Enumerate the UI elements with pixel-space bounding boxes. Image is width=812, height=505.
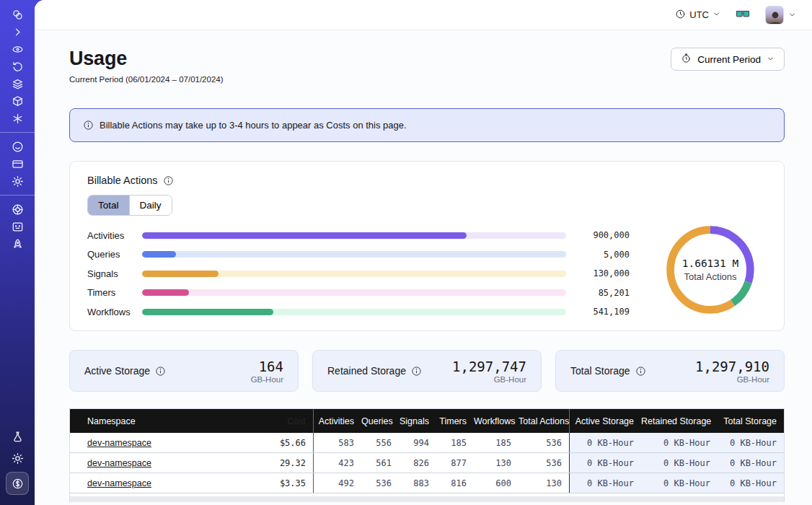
namespace-link[interactable]: dev-namespace: [87, 478, 151, 488]
cell-timers: 877: [436, 453, 474, 473]
total-actions-donut: 1.66131 M Total Actions: [661, 221, 759, 319]
feedback-glasses-button[interactable]: [735, 9, 751, 22]
namespaces-eye-icon[interactable]: [9, 41, 26, 57]
cell-cost: 29.32: [252, 453, 314, 473]
cell-queries: 561: [361, 453, 399, 473]
billable-actions-card: Billable Actions Total Daily Activities9…: [69, 161, 785, 331]
column-header-total-storage: Total Storage: [718, 409, 784, 433]
column-header-retained-storage: Retained Storage: [641, 409, 718, 433]
cell-queries: 556: [361, 433, 399, 452]
avatar: [765, 6, 784, 25]
info-icon[interactable]: [411, 366, 422, 377]
retained-storage-value: 1,297,747: [452, 359, 526, 374]
cell-signals: 826: [399, 453, 436, 473]
bar-value: 85,201: [576, 288, 630, 298]
account-menu[interactable]: [765, 6, 796, 25]
active-storage-card: Active Storage 164GB-Hour: [69, 350, 299, 392]
namespace-link[interactable]: dev-namespace: [87, 458, 151, 468]
cell-namespace: dev-namespace: [70, 433, 252, 452]
namespace-usage-table: NamespaceCostActivitiesQueriesSignalsTim…: [69, 408, 785, 502]
tab-daily[interactable]: Daily: [129, 196, 172, 215]
column-header-timers: Timers: [436, 409, 474, 433]
cell-activities: 423: [314, 453, 361, 473]
total-storage-unit: GB-Hour: [695, 375, 769, 384]
bar-track: [142, 271, 566, 277]
asterisk-icon[interactable]: [9, 110, 26, 126]
rocket-icon[interactable]: [9, 236, 26, 252]
info-icon[interactable]: [163, 175, 174, 186]
gear-icon[interactable]: [9, 173, 26, 189]
cell-queries: 536: [361, 473, 399, 493]
sun-icon[interactable]: [9, 450, 26, 466]
terminal-screen-icon[interactable]: [9, 219, 26, 234]
retained-storage-card: Retained Storage 1,297,747GB-Hour: [312, 350, 542, 392]
retained-storage-unit: GB-Hour: [452, 375, 526, 384]
billable-actions-title: Billable Actions: [87, 175, 767, 186]
column-header-activities: Activities: [314, 409, 361, 433]
content: Usage Current Period (06/01/2024 – 07/01…: [35, 30, 812, 505]
history-clock-icon[interactable]: [9, 58, 26, 74]
chevron-down-icon: [788, 9, 796, 22]
bar-value: 541,109: [576, 307, 630, 317]
active-storage-unit: GB-Hour: [251, 375, 283, 384]
table-row: dev-namespace$5.665835569941851855360 KB…: [70, 433, 784, 452]
total-storage-card: Total Storage 1,297,910GB-Hour: [555, 350, 785, 392]
cell-retained_storage: 0 KB-Hour: [641, 433, 718, 452]
cell-total_storage: 0 KB-Hour: [718, 433, 784, 452]
cube-icon[interactable]: [9, 93, 26, 109]
info-banner-text: Billable Actions may take up to 3-4 hour…: [100, 120, 407, 131]
bar-label: Signals: [87, 268, 138, 279]
bar-track: [142, 232, 566, 239]
coin-dollar-icon[interactable]: [6, 472, 29, 495]
total-storage-label: Total Storage: [570, 365, 630, 377]
donut-total-value: 1.66131 M: [682, 258, 739, 269]
info-icon: [83, 120, 94, 131]
timezone-label: UTC: [689, 9, 709, 20]
bar-track: [142, 251, 566, 258]
cell-active_storage: 0 KB-Hour: [569, 433, 641, 452]
temporal-logo-icon[interactable]: [9, 6, 26, 22]
period-dropdown-label: Current Period: [697, 54, 761, 65]
column-header-signals: Signals: [399, 409, 436, 433]
cell-total_storage: 0 KB-Hour: [718, 453, 784, 473]
info-icon[interactable]: [635, 366, 646, 377]
chevron-right-icon[interactable]: [9, 24, 26, 40]
timezone-selector[interactable]: UTC: [675, 9, 720, 22]
chevron-down-icon: [767, 54, 775, 65]
sidebar-divider: [0, 132, 35, 133]
cell-namespace: dev-namespace: [70, 453, 252, 473]
info-banner: Billable Actions may take up to 3-4 hour…: [69, 108, 785, 142]
layers-icon[interactable]: [9, 76, 26, 92]
main-area: UTC Usage: [35, 0, 812, 505]
lifebuoy-icon[interactable]: [9, 201, 26, 217]
sidebar: [0, 0, 35, 505]
flask-icon[interactable]: [9, 429, 26, 444]
cell-signals: 883: [399, 473, 436, 493]
cell-timers: 816: [436, 473, 474, 493]
cell-workflows: 130: [474, 453, 518, 473]
bar-fill: [142, 289, 189, 296]
table-body: dev-namespace$5.665835569941851855360 KB…: [70, 433, 784, 493]
cell-retained_storage: 0 KB-Hour: [641, 473, 718, 493]
glasses-icon: [735, 9, 751, 22]
chevron-down-icon: [712, 9, 720, 20]
info-icon[interactable]: [155, 366, 166, 377]
table-row: dev-namespace29.324235618268771305360 KB…: [70, 452, 784, 473]
cell-cost: $3.35: [252, 473, 314, 493]
cell-namespace: dev-namespace: [70, 473, 252, 493]
column-header-active-storage: Active Storage: [569, 409, 641, 433]
period-dropdown-button[interactable]: Current Period: [671, 48, 785, 71]
bar-value: 900,000: [576, 230, 630, 240]
cell-total_actions: 536: [518, 453, 569, 473]
credit-card-icon[interactable]: [9, 156, 26, 172]
table-horizontal-scrollbar[interactable]: [70, 496, 784, 502]
column-header-cost: Cost: [252, 409, 314, 433]
namespace-link[interactable]: dev-namespace: [87, 438, 151, 448]
usage-gauge-icon[interactable]: [9, 139, 26, 154]
tab-total[interactable]: Total: [88, 196, 129, 215]
cell-total_storage: 0 KB-Hour: [718, 473, 784, 493]
cell-workflows: 185: [474, 433, 518, 452]
page-header: Usage Current Period (06/01/2024 – 07/01…: [69, 48, 785, 84]
cell-total_actions: 536: [518, 433, 569, 452]
bar-fill: [142, 309, 273, 315]
